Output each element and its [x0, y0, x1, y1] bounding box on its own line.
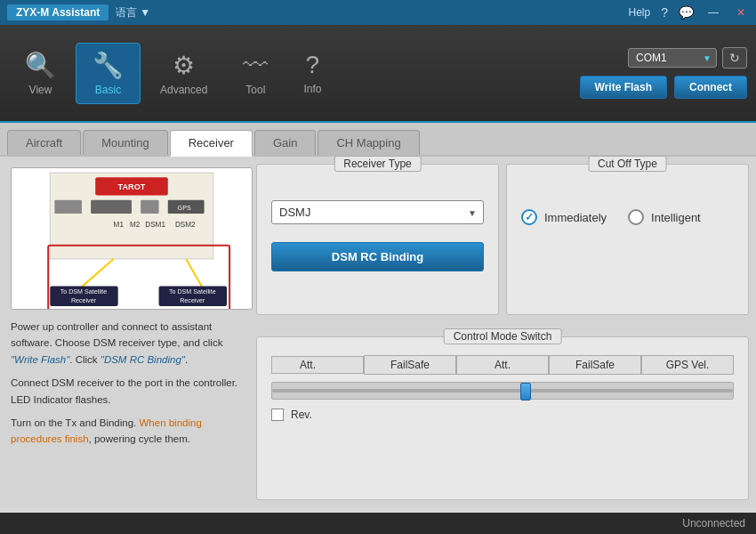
title-bar: ZYX-M Assistant 语言 ▼ Help ? 💬 — ✕ [0, 0, 756, 25]
svg-text:DSM1: DSM1 [145, 221, 165, 229]
control-mode-title: Control Mode Switch [444, 328, 562, 344]
nav-icon-tool: 〰 [243, 51, 268, 80]
nav-item-info[interactable]: ? Info [287, 44, 337, 102]
radio-intelligent-label: Intelligent [651, 211, 701, 224]
lang-label: 语言 [116, 5, 137, 20]
rev-row: Rev. [271, 409, 734, 421]
nav-label-basic: Basic [95, 84, 121, 96]
right-top-panels: Receiver Type DSMJ DSM2 PPM SBUS DSM RC … [256, 164, 749, 315]
svg-text:To DSM Satellite: To DSM Satellite [60, 288, 108, 295]
help-label: Help [629, 6, 651, 19]
lang-button[interactable]: 语言 ▼ [116, 5, 150, 20]
slider-track [272, 389, 733, 392]
com-select-wrapper: COM1 [628, 48, 717, 68]
rev-label: Rev. [291, 409, 312, 421]
svg-rect-3 [54, 200, 82, 214]
tab-receiver[interactable]: Receiver [170, 130, 253, 157]
svg-text:Receiver: Receiver [71, 297, 97, 304]
svg-text:To DSM Satellite: To DSM Satellite [169, 288, 216, 295]
tab-ch-mapping[interactable]: CH Mapping [318, 130, 419, 155]
device-svg: TAROT GPS M1 M2 DSM1 DSM2 [12, 168, 252, 309]
svg-line-13 [186, 259, 204, 291]
content-area: Aircraft Mounting Receiver Gain CH Mappi… [0, 123, 756, 513]
nav-label-tool: Tool [245, 84, 265, 96]
nav-item-advanced[interactable]: ⚙ Advanced [144, 44, 223, 103]
radio-immediately-circle[interactable] [521, 209, 537, 225]
toolbar-right: COM1 ↻ Write Flash Connect [580, 47, 747, 99]
nav-icon-info: ? [306, 51, 320, 79]
desc-para-1: Power up controller and connect to assis… [11, 319, 253, 368]
radio-intelligent[interactable]: Intelligent [628, 209, 701, 225]
status-text: Unconnected [682, 517, 745, 530]
refresh-button[interactable]: ↻ [722, 47, 747, 69]
status-bar: Unconnected [0, 513, 756, 534]
radio-immediately-label: Immediately [544, 211, 607, 224]
com-port-select[interactable]: COM1 [628, 48, 717, 68]
att-select[interactable]: Att. Manual GPS [300, 359, 335, 371]
nav-label-info: Info [303, 83, 321, 95]
tab-mounting[interactable]: Mounting [83, 130, 167, 155]
svg-text:Receiver: Receiver [180, 297, 205, 304]
svg-text:TAROT: TAROT [118, 182, 146, 191]
title-bar-right: Help ? 💬 — ✕ [629, 5, 749, 20]
nav-label-advanced: Advanced [160, 84, 207, 96]
app-title: ZYX-M Assistant [7, 4, 109, 20]
svg-rect-5 [141, 200, 158, 214]
nav-item-basic[interactable]: 🔧 Basic [76, 43, 141, 104]
nav-icon-basic: 🔧 [92, 51, 124, 80]
chat-icon[interactable]: 💬 [679, 5, 694, 20]
slider-label-att-2: Att. [456, 355, 549, 375]
svg-rect-4 [91, 200, 132, 214]
toolbar-nav: 🔍 View 🔧 Basic ⚙ Advanced 〰 Tool ? Info [9, 43, 580, 104]
slider-label-select[interactable]: Att. Manual GPS [271, 356, 364, 374]
nav-label-view: View [29, 84, 52, 96]
question-icon[interactable]: ? [661, 5, 668, 20]
connect-button[interactable]: Connect [674, 76, 747, 99]
svg-text:GPS: GPS [178, 205, 191, 212]
svg-line-12 [77, 259, 114, 291]
cutoff-type-panel: Cut Off Type Immediately Intelligent [506, 164, 749, 315]
description-text: Power up controller and connect to assis… [11, 319, 253, 448]
cutoff-type-title: Cut Off Type [588, 156, 667, 172]
tab-aircraft[interactable]: Aircraft [7, 130, 81, 155]
radio-intelligent-circle[interactable] [628, 209, 644, 225]
svg-text:DSM2: DSM2 [175, 221, 196, 229]
svg-text:M1: M1 [114, 221, 125, 229]
radio-options: Immediately Intelligent [521, 209, 734, 225]
minimize-button[interactable]: — [704, 6, 722, 19]
radio-immediately[interactable]: Immediately [521, 209, 607, 225]
action-buttons: Write Flash Connect [580, 76, 747, 99]
nav-item-tool[interactable]: 〰 Tool [227, 44, 284, 103]
left-panel: TAROT GPS M1 M2 DSM1 DSM2 [7, 164, 256, 500]
nav-item-view[interactable]: 🔍 View [9, 44, 72, 103]
close-button[interactable]: ✕ [733, 6, 749, 19]
slider-label-failsafe-1: FailSafe [364, 355, 456, 375]
dsm-binding-button[interactable]: DSM RC Binding [271, 242, 484, 271]
slider-label-failsafe-2: FailSafe [549, 355, 641, 375]
com-row: COM1 ↻ [628, 47, 747, 69]
tab-gain[interactable]: Gain [254, 130, 316, 155]
slider-container[interactable] [271, 382, 734, 400]
slider-thumb[interactable] [520, 383, 531, 400]
svg-text:M2: M2 [130, 221, 141, 229]
receiver-type-title: Receiver Type [334, 156, 421, 172]
slider-label-gps-vel: GPS Vel. [641, 355, 734, 375]
slider-labels-row: Att. Manual GPS FailSafe Att. FailSafe G… [271, 355, 734, 375]
receiver-type-select[interactable]: DSMJ DSM2 PPM SBUS [271, 200, 484, 224]
desc-para-3: Turn on the Tx and Binding. When binding… [11, 415, 253, 448]
right-panel: Receiver Type DSMJ DSM2 PPM SBUS DSM RC … [256, 164, 749, 500]
write-flash-button[interactable]: Write Flash [580, 76, 667, 99]
toolbar: 🔍 View 🔧 Basic ⚙ Advanced 〰 Tool ? Info … [0, 25, 756, 123]
rev-checkbox[interactable] [271, 409, 284, 421]
desc-para-2: Connect DSM receiver to the port in the … [11, 375, 253, 408]
lang-dropdown-icon: ▼ [140, 6, 150, 19]
device-image: TAROT GPS M1 M2 DSM1 DSM2 [11, 167, 253, 310]
title-bar-left: ZYX-M Assistant 语言 ▼ [7, 4, 150, 20]
nav-icon-advanced: ⚙ [173, 51, 195, 80]
control-mode-panel: Control Mode Switch Att. Manual GPS Fail… [256, 336, 749, 500]
receiver-select-wrapper: DSMJ DSM2 PPM SBUS [271, 200, 484, 224]
main-panel: TAROT GPS M1 M2 DSM1 DSM2 [0, 157, 756, 507]
tabs-bar: Aircraft Mounting Receiver Gain CH Mappi… [0, 123, 756, 157]
receiver-type-panel: Receiver Type DSMJ DSM2 PPM SBUS DSM RC … [256, 164, 499, 315]
nav-icon-view: 🔍 [25, 51, 56, 80]
